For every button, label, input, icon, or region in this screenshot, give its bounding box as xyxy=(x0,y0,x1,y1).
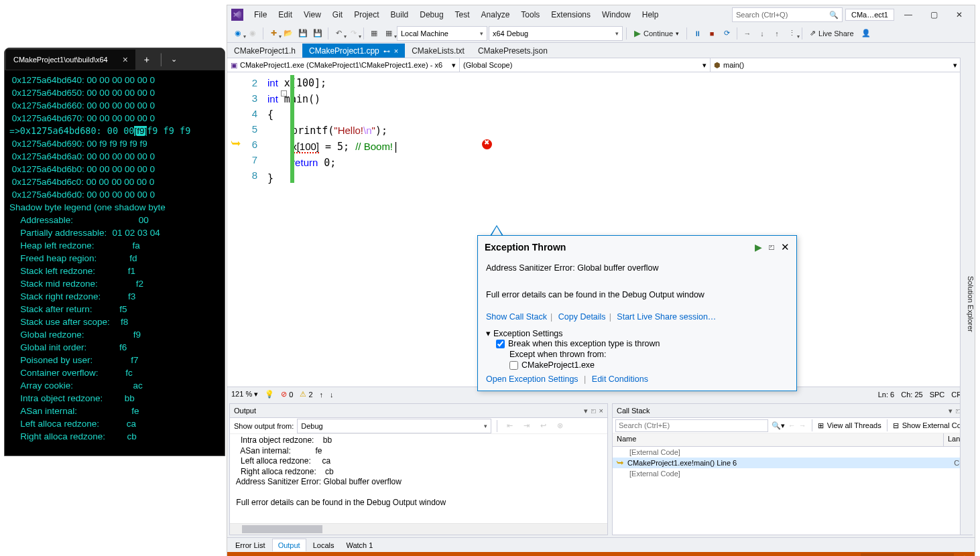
terminal-tab-close-icon[interactable]: × xyxy=(123,54,128,65)
panel-dropdown-icon[interactable]: ▾ xyxy=(584,407,588,415)
exception-pin-icon[interactable]: ⏍ xyxy=(769,242,774,252)
tab-error-list[interactable]: Error List xyxy=(230,539,271,551)
menu-build[interactable]: Build xyxy=(386,7,414,22)
build-config-drop[interactable]: ▦ xyxy=(382,26,395,41)
pause-button[interactable]: ⏸ xyxy=(690,26,704,41)
select-repo-button[interactable]: ⎇ Select Repository ▴ xyxy=(861,553,954,556)
indent-indicator[interactable]: SPC xyxy=(930,391,945,399)
menu-tools[interactable]: Tools xyxy=(516,7,544,22)
collapse-icon[interactable]: ▾ xyxy=(486,328,491,338)
col-indicator[interactable]: Ch: 25 xyxy=(901,391,922,399)
nav-back-icon[interactable]: ← xyxy=(788,421,796,429)
tab-cmakelists[interactable]: CMakeLists.txt xyxy=(405,44,471,58)
solution-selector[interactable]: CMa…ect1 xyxy=(845,9,894,21)
link-open-exception-settings[interactable]: Open Exception Settings xyxy=(486,374,578,384)
terminal-tab-dropdown-icon[interactable]: ⌄ xyxy=(165,55,183,64)
liveshare-button[interactable]: ⇗ Live Share xyxy=(806,27,858,39)
target-combo[interactable]: Local Machine▾ xyxy=(397,26,487,41)
menu-extensions[interactable]: Extensions xyxy=(546,7,595,22)
col-name[interactable]: Name xyxy=(613,433,944,446)
next-issue-icon[interactable]: ↓ xyxy=(330,391,334,399)
warning-count[interactable]: ⚠2 xyxy=(300,390,312,399)
nav-func-combo[interactable]: ⬢main()▾ xyxy=(711,58,961,72)
terminal-tab[interactable]: CMakeProject1\out\build\x64 × xyxy=(6,50,135,70)
error-count[interactable]: ⊘0 xyxy=(281,390,293,399)
exception-continue-icon[interactable]: ▶ xyxy=(755,242,762,253)
new-item-button[interactable]: ✚ xyxy=(267,26,280,41)
line-indicator[interactable]: Ln: 6 xyxy=(878,391,894,399)
stop-button[interactable]: ■ xyxy=(705,26,719,41)
prev-issue-icon[interactable]: ↑ xyxy=(320,391,324,399)
save-button[interactable]: 💾 xyxy=(296,26,310,41)
nav-lightbulb-icon[interactable]: 💡 xyxy=(265,390,274,399)
panel-close-icon[interactable]: × xyxy=(599,407,603,415)
search-box[interactable]: Search (Ctrl+Q) 🔍 xyxy=(732,7,843,22)
chk-break-on-throw[interactable] xyxy=(496,340,505,348)
step-options-button[interactable]: ⋮ xyxy=(785,26,798,41)
tab-locals[interactable]: Locals xyxy=(308,539,340,551)
solution-explorer-tab[interactable]: Solution Explorer xyxy=(960,58,975,535)
wrap-icon[interactable]: ↩ xyxy=(536,419,550,433)
undo-button[interactable]: ↶ xyxy=(332,26,345,41)
menu-debug[interactable]: Debug xyxy=(415,7,448,22)
restart-button[interactable]: ⟳ xyxy=(720,26,733,41)
show-external-button[interactable]: Show External Code xyxy=(902,421,969,429)
link-show-callstack[interactable]: Show Call Stack xyxy=(486,312,547,322)
link-edit-conditions[interactable]: Edit Conditions xyxy=(592,374,648,384)
output-from-combo[interactable]: Debug▾ xyxy=(297,419,491,433)
view-threads-button[interactable]: View all Threads xyxy=(827,421,881,429)
tab-header[interactable]: CMakeProject1.h xyxy=(227,44,302,58)
link-copy-details[interactable]: Copy Details xyxy=(558,312,606,322)
open-button[interactable]: 📂 xyxy=(282,26,295,41)
forward-button[interactable]: ◉ xyxy=(246,26,259,41)
callstack-row[interactable]: [External Code] xyxy=(613,447,972,458)
zoom-control[interactable]: 121 % ▾ xyxy=(231,390,258,399)
output-text[interactable]: Intra object redzone: bb ASan internal: … xyxy=(230,434,607,523)
back-button[interactable]: ◉ xyxy=(231,26,245,41)
panel-pin-icon[interactable]: ⏍ xyxy=(591,407,596,415)
pin-icon[interactable]: ⊷ xyxy=(383,48,390,55)
panel-dropdown-icon[interactable]: ▾ xyxy=(948,407,953,415)
nav-fwd-icon[interactable]: → xyxy=(799,421,806,429)
clear-icon[interactable]: ⊗ xyxy=(553,419,566,433)
user-button[interactable]: 👤 xyxy=(859,26,873,41)
indent-left-icon[interactable]: ⇤ xyxy=(503,419,516,433)
search-icon[interactable]: 🔍▾ xyxy=(772,421,785,430)
code-editor[interactable]: ⮩ 2 3 4 5 6 7 8 - int x[100]; int main()… xyxy=(227,72,975,387)
nav-project-combo[interactable]: ▣CMakeProject1.exe (CMakeProject1\CMakeP… xyxy=(227,58,460,72)
link-start-liveshare[interactable]: Start Live Share session… xyxy=(617,312,716,322)
close-button[interactable]: ✕ xyxy=(948,7,971,22)
menu-project[interactable]: Project xyxy=(349,7,383,22)
step-out-button[interactable]: ↑ xyxy=(770,26,784,41)
nav-scope-combo[interactable]: (Global Scope)▾ xyxy=(460,58,711,72)
fold-icon[interactable]: - xyxy=(281,90,287,96)
output-hscrollbar[interactable] xyxy=(230,523,607,535)
chk-except-module[interactable] xyxy=(509,361,518,370)
tab-output[interactable]: Output xyxy=(272,539,306,551)
maximize-button[interactable]: ▢ xyxy=(922,7,945,22)
tab-close-icon[interactable]: × xyxy=(394,47,398,55)
error-glyph-icon[interactable] xyxy=(482,139,492,149)
terminal-add-tab-icon[interactable]: + xyxy=(135,54,158,65)
menu-file[interactable]: File xyxy=(249,7,271,22)
menu-help[interactable]: Help xyxy=(637,7,664,22)
indent-right-icon[interactable]: ⇥ xyxy=(519,419,533,433)
menu-window[interactable]: Window xyxy=(597,7,635,22)
callstack-search-input[interactable] xyxy=(615,419,768,432)
menu-test[interactable]: Test xyxy=(450,7,475,22)
callstack-row[interactable]: [External Code] xyxy=(613,468,972,479)
save-all-button[interactable]: 💾 xyxy=(311,26,324,41)
tab-watch1[interactable]: Watch 1 xyxy=(341,539,378,551)
config-combo[interactable]: x64 Debug▾ xyxy=(489,26,623,41)
minimize-button[interactable]: — xyxy=(897,7,920,22)
exception-close-icon[interactable]: ✕ xyxy=(781,241,790,253)
callstack-row[interactable]: ⮩ CMakeProject1.exe!main() Line 6 C++ xyxy=(613,458,972,468)
menu-git[interactable]: Git xyxy=(328,7,347,22)
menu-analyze[interactable]: Analyze xyxy=(477,7,515,22)
build-config-button[interactable]: ▦ xyxy=(367,26,381,41)
tab-presets[interactable]: CMakePresets.json xyxy=(471,44,554,58)
menu-view[interactable]: View xyxy=(299,7,326,22)
tab-cpp[interactable]: CMakeProject1.cpp ⊷ × xyxy=(302,44,405,58)
menu-edit[interactable]: Edit xyxy=(273,7,297,22)
step-over-button[interactable]: → xyxy=(741,26,754,41)
